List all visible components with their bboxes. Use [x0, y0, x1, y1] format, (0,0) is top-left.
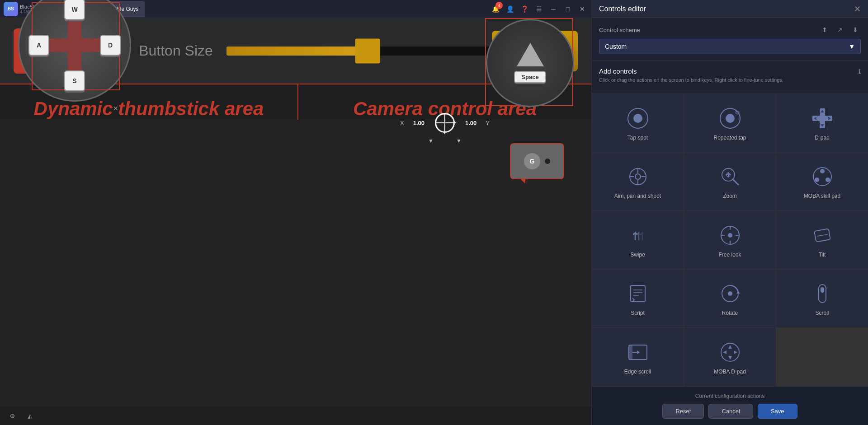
space-key: Space [514, 71, 546, 83]
swipe-icon [625, 223, 651, 248]
bluestacks-icon: BS [4, 2, 18, 16]
control-freelook[interactable]: Free look [684, 211, 776, 269]
svg-rect-48 [629, 345, 632, 360]
bottom-toolbar: ⚙ ◭ [0, 407, 591, 425]
moba-skill-label: MOBA skill pad [804, 193, 840, 199]
svg-marker-55 [734, 350, 737, 354]
scroll-label: Scroll [815, 310, 829, 316]
control-rotate[interactable]: Rotate [684, 270, 776, 328]
panel-footer: Current configuration actions Reset Canc… [592, 386, 868, 425]
add-controls-info-icon[interactable]: ℹ [859, 68, 861, 75]
svg-point-43 [728, 291, 732, 296]
svg-line-37 [817, 234, 828, 236]
svg-point-1 [633, 114, 642, 123]
control-tap-spot[interactable]: Tap spot [592, 94, 684, 152]
control-scroll[interactable]: Scroll [776, 270, 868, 328]
help-btn[interactable]: ❓ [519, 4, 530, 14]
key-w: W [64, 0, 85, 20]
tap-spot-label: Tap spot [627, 135, 648, 141]
svg-marker-54 [723, 350, 726, 354]
rotate-icon [717, 281, 743, 306]
edge-scroll-label: Edge scroll [624, 369, 651, 375]
scroll-icon [810, 281, 835, 306]
controls-panel: Controls editor ✕ Control scheme ⬆ ↗ ⬇ C… [591, 0, 868, 425]
control-tilt[interactable]: Tilt [776, 211, 868, 269]
menu-btn[interactable]: ☰ [533, 4, 544, 14]
x-coord-value: 1.00 [413, 120, 425, 126]
panel-title: Controls editor [599, 5, 646, 13]
control-edge-scroll[interactable]: Edge scroll [592, 328, 684, 386]
game-areas: Dynamic thumbstick area ✕ W A S D [0, 84, 591, 120]
control-moba-dpad[interactable]: MOBA D-pad [684, 328, 776, 386]
space-triangle-icon [517, 43, 544, 66]
svg-point-28 [826, 177, 830, 182]
svg-rect-38 [631, 285, 645, 302]
scheme-dropdown[interactable]: Custom ▼ [599, 39, 861, 54]
add-controls-title: Add controls [599, 67, 637, 75]
slider-thumb[interactable] [355, 38, 380, 63]
add-controls-desc: Click or drag the actions on the screen … [599, 77, 861, 84]
crosshair-coords: X 1.00 1.00 Y [400, 112, 490, 134]
aim-label: Aim, pan and shoot [614, 193, 661, 199]
chevron-down-icon: ▼ [849, 43, 855, 50]
scheme-label-row: Control scheme ⬆ ↗ ⬇ [599, 24, 861, 35]
config-actions-label: Current configuration actions [599, 393, 861, 399]
footer-reset-btn[interactable]: Reset [662, 404, 704, 419]
control-repeated-tap[interactable]: ↻ Repeated tap [684, 94, 776, 152]
settings-icon[interactable]: ⚙ [7, 411, 18, 421]
notification-wrapper: 🔔 4 [490, 4, 501, 14]
moba-skill-icon [810, 164, 835, 189]
button-size-slider[interactable] [226, 42, 498, 60]
freelook-icon [717, 223, 743, 248]
svg-point-31 [728, 233, 732, 238]
scheme-icon-group: ⬆ ↗ ⬇ [819, 24, 861, 35]
slider-fill [226, 47, 368, 56]
scheme-upload-icon[interactable]: ⬆ [819, 24, 830, 35]
control-dpad[interactable]: D-pad [776, 94, 868, 152]
svg-point-27 [820, 169, 825, 173]
layout-icon[interactable]: ◭ [24, 411, 35, 421]
space-circle: Space [486, 19, 574, 107]
footer-save-btn[interactable]: Save [758, 404, 797, 419]
svg-marker-44 [736, 291, 740, 294]
edge-scroll-icon [625, 340, 651, 365]
swipe-label: Swipe [630, 252, 645, 258]
thumbstick-area: Dynamic thumbstick area ✕ W A S D [0, 84, 298, 120]
footer-cancel-btn[interactable]: Cancel [708, 404, 753, 419]
svg-marker-52 [728, 345, 732, 349]
control-swipe[interactable]: Swipe [592, 211, 684, 269]
add-controls-header: Add controls ℹ [599, 67, 861, 75]
dpad-x-mark [45, 16, 104, 75]
svg-line-23 [733, 179, 738, 185]
panel-header: Controls editor ✕ [592, 0, 868, 18]
scheme-share-icon[interactable]: ↗ [835, 24, 845, 35]
control-aim[interactable]: Aim, pan and shoot [592, 153, 684, 211]
tilt-label: Tilt [819, 252, 826, 258]
y-coord-label: Y [486, 120, 490, 126]
key-d: D [100, 35, 121, 56]
control-scheme-section: Control scheme ⬆ ↗ ⬇ Custom ▼ [592, 18, 868, 61]
key-s: S [64, 70, 85, 91]
script-icon [625, 281, 651, 306]
control-moba-skill[interactable]: MOBA skill pad [776, 153, 868, 211]
speech-bubble-control[interactable]: G [510, 143, 564, 179]
svg-rect-10 [818, 116, 827, 121]
account-btn[interactable]: 👤 [505, 4, 515, 14]
control-zoom[interactable]: Zoom [684, 153, 776, 211]
action-buttons: Reset Cancel Save [599, 404, 861, 419]
dpad-container: W A S D [18, 0, 131, 102]
scheme-download-icon[interactable]: ⬇ [850, 24, 861, 35]
aim-icon [625, 164, 651, 189]
control-script[interactable]: Script [592, 270, 684, 328]
maximize-btn[interactable]: □ [562, 4, 573, 14]
tilt-icon [810, 223, 835, 248]
freelook-label: Free look [718, 252, 741, 258]
close-btn[interactable]: ✕ [577, 4, 588, 14]
minimize-btn[interactable]: ─ [548, 4, 559, 14]
panel-close-btn[interactable]: ✕ [854, 4, 861, 14]
zoom-icon [717, 164, 743, 189]
x-coord-label: X [400, 120, 404, 126]
scheme-value: Custom [605, 43, 627, 50]
crosshair-circle [435, 113, 455, 133]
dpad-label: D-pad [815, 135, 830, 141]
